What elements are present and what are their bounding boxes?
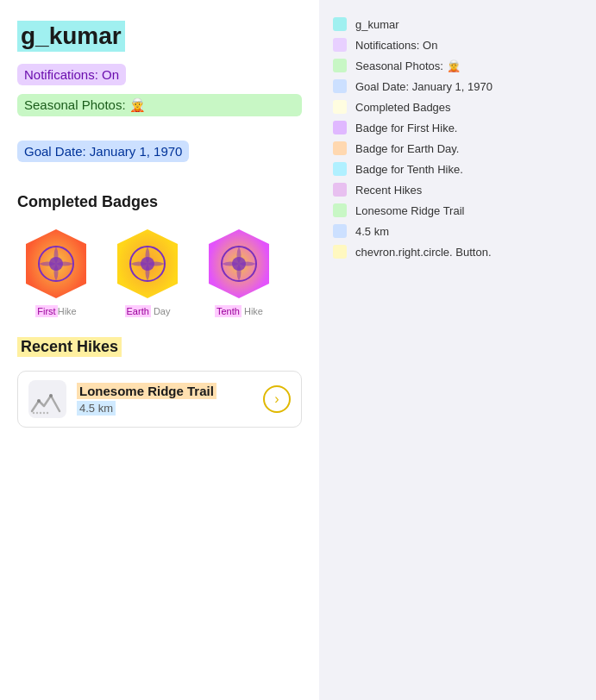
svg-point-14 — [40, 412, 41, 414]
legend-color-swatch — [333, 121, 347, 134]
hikes-section: Recent Hikes Lonesome Ridge Trail 4.5 km — [17, 337, 302, 428]
hike-distance: 4.5 km — [77, 401, 116, 416]
svg-point-13 — [36, 412, 38, 414]
earth-day-badge-icon — [109, 225, 186, 303]
legend-label: Badge for First Hike. — [355, 122, 458, 134]
hike-card: Lonesome Ridge Trail 4.5 km › — [17, 371, 302, 428]
legend-item: Recent Hikes — [333, 183, 582, 197]
svg-point-11 — [49, 394, 53, 397]
legend-label: chevron.right.circle. Button. — [355, 246, 492, 259]
badge-tenth-hike: Tenth Hike — [200, 225, 278, 316]
goal-row: Goal Date: January 1, 1970 — [17, 141, 189, 162]
first-hike-label: FirstHike — [35, 306, 76, 316]
tenth-hike-label: Tenth Hike — [215, 306, 263, 316]
legend-item: Badge for Earth Day. — [333, 141, 582, 155]
svg-point-12 — [33, 412, 35, 414]
hikes-title: Recent Hikes — [17, 337, 122, 357]
legend-item: Completed Badges — [333, 100, 582, 114]
legend-item: 4.5 km — [333, 224, 582, 238]
legend-color-swatch — [333, 79, 347, 93]
legend-label: Recent Hikes — [355, 184, 422, 197]
legend-label: Goal Date: January 1, 1970 — [355, 80, 492, 93]
first-hike-badge-icon — [17, 225, 95, 303]
legend-item: Seasonal Photos: 🧝 — [333, 59, 582, 72]
legend-color-swatch — [333, 245, 347, 259]
badge-earth-day: Earth Day — [109, 225, 186, 316]
badges-section: Completed Badges — [17, 193, 302, 316]
legend-label: Notifications: On — [355, 39, 437, 52]
legend-item: Badge for Tenth Hike. — [333, 162, 582, 176]
legend-item: Badge for First Hike. — [333, 121, 582, 134]
legend-color-swatch — [333, 224, 347, 238]
legend-item: Notifications: On — [333, 38, 582, 52]
svg-point-15 — [43, 412, 45, 414]
chevron-right-circle-button[interactable]: › — [263, 385, 291, 413]
left-panel: g_kumar Notifications: On Seasonal Photo… — [0, 0, 319, 700]
legend-color-swatch — [333, 38, 347, 52]
legend-label: Lonesome Ridge Trail — [355, 204, 464, 217]
svg-point-16 — [47, 412, 48, 414]
legend-label: Badge for Tenth Hike. — [355, 163, 463, 176]
legend-label: Seasonal Photos: 🧝 — [355, 59, 461, 72]
hike-name: Lonesome Ridge Trail — [77, 383, 216, 399]
legend-item: chevron.right.circle. Button. — [333, 245, 582, 259]
legend-color-swatch — [333, 59, 347, 72]
notifications-row: Notifications: On — [17, 64, 126, 85]
badges-row: FirstHike — [17, 225, 302, 316]
tenth-hike-badge-icon — [200, 225, 278, 303]
legend-color-swatch — [333, 203, 347, 217]
svg-point-10 — [37, 399, 41, 403]
right-panel: g_kumarNotifications: OnSeasonal Photos:… — [319, 0, 596, 700]
badge-first-hike: FirstHike — [17, 225, 95, 316]
legend-label: Completed Badges — [355, 101, 451, 114]
legend-color-swatch — [333, 100, 347, 114]
legend-container: g_kumarNotifications: OnSeasonal Photos:… — [333, 17, 582, 259]
earth-day-label: Earth Day — [125, 306, 171, 316]
legend-label: g_kumar — [355, 18, 399, 31]
legend-item: g_kumar — [333, 17, 582, 31]
badges-title: Completed Badges — [17, 193, 302, 211]
legend-color-swatch — [333, 17, 347, 31]
legend-color-swatch — [333, 162, 347, 176]
legend-color-swatch — [333, 141, 347, 155]
seasonal-row: Seasonal Photos: 🧝 — [17, 94, 302, 116]
hike-info: Lonesome Ridge Trail 4.5 km — [77, 383, 253, 416]
legend-color-swatch — [333, 183, 347, 197]
legend-item: Goal Date: January 1, 1970 — [333, 79, 582, 93]
legend-label: Badge for Earth Day. — [355, 142, 459, 155]
legend-label: 4.5 km — [355, 225, 389, 238]
trail-icon — [28, 380, 66, 418]
username: g_kumar — [17, 21, 125, 52]
legend-item: Lonesome Ridge Trail — [333, 203, 582, 217]
